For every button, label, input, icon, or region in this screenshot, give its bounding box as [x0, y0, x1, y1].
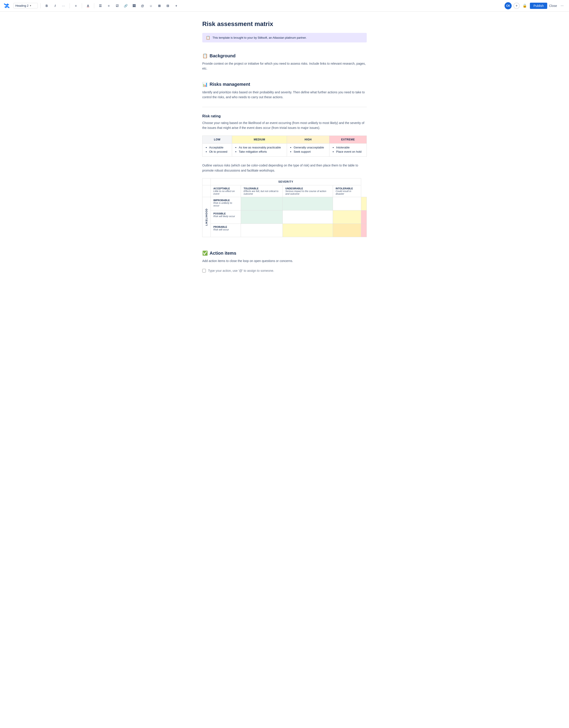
severity-table: SEVERITY ACCEPTABLE Little to no effect … — [202, 178, 367, 237]
improbable-sub: Risk is unlikely to occur — [213, 202, 238, 207]
text-color-icon: A — [87, 4, 89, 8]
col-intolerable-label: INTOLERABLE — [336, 187, 358, 190]
content-area: Risk assessment matrix 📋 This template i… — [198, 12, 371, 290]
cell-possible-tolerable — [282, 210, 333, 224]
check-list-button[interactable]: ☑ — [114, 2, 120, 9]
insert-more-button[interactable]: + — [173, 2, 180, 9]
col-tolerable: TOLERABLE Effects are felt, but not crit… — [241, 185, 283, 197]
more-format-button[interactable]: ··· — [60, 2, 67, 9]
col-tolerable-label: TOLERABLE — [244, 187, 280, 190]
emoji-icon: ☺ — [149, 4, 152, 8]
heading-selector[interactable]: Heading 2 ▼ — [13, 3, 38, 8]
more-options-button[interactable]: ··· — [559, 2, 565, 9]
list-item: Acceptable — [209, 146, 229, 149]
columns-button[interactable]: ⊟ — [164, 2, 171, 9]
background-description[interactable]: Provide context on the project or initia… — [202, 61, 367, 71]
medium-cell: As low as reasonably practicable Take mi… — [232, 144, 287, 157]
cell-probable-tolerable — [282, 224, 333, 237]
col-acceptable: ACCEPTABLE Little to no effect on event — [211, 185, 241, 197]
probable-sub: Risk will occur — [213, 228, 238, 231]
insert-more-icon: + — [175, 4, 177, 8]
align-button[interactable]: ≡ — [72, 2, 79, 9]
risks-management-icon: 📊 — [202, 82, 208, 87]
bullet-list-button[interactable]: ☰ — [97, 2, 104, 9]
possible-sub: Risk will likely occur — [213, 215, 238, 218]
table-row: Acceptable Ok to proceed As low as reaso… — [202, 144, 367, 157]
link-button[interactable]: 🔗 — [122, 2, 129, 9]
severity-header: SEVERITY — [211, 178, 361, 185]
th-extreme: EXTREME — [329, 136, 367, 144]
emoji-button[interactable]: ☺ — [148, 2, 154, 9]
bold-button[interactable]: B — [43, 2, 50, 9]
image-icon: 🖼 — [132, 4, 136, 8]
lock-button[interactable]: 🔒 — [521, 2, 528, 9]
numbered-list-button[interactable]: ≡ — [105, 2, 112, 9]
list-item: As low as reasonably practicable — [239, 146, 284, 149]
info-banner-icon: 📋 — [206, 36, 210, 40]
th-medium: MEDIUM — [232, 136, 287, 144]
more-options-icon: ··· — [561, 4, 563, 8]
chevron-down-icon: ▼ — [29, 4, 32, 7]
toolbar-divider-4 — [94, 3, 94, 8]
toolbar-right: CK + 🔒 Publish Close ··· — [505, 2, 565, 9]
add-collaborator-button[interactable]: + — [513, 3, 520, 9]
avatar[interactable]: CK — [505, 2, 512, 9]
confluence-logo[interactable] — [4, 3, 10, 9]
list-item: Generally unacceptable — [294, 146, 326, 149]
action-items-heading: ✅ Action items — [202, 250, 367, 256]
cell-possible-acceptable — [241, 210, 283, 224]
cell-probable-acceptable — [241, 224, 283, 237]
col-undesirable-sub: Serious impact to the course of action a… — [285, 190, 330, 195]
cell-possible-undesirable — [333, 210, 361, 224]
publish-button[interactable]: Publish — [530, 3, 547, 9]
cell-probable-intolerable — [361, 224, 367, 237]
action-checkbox-row: Type your action, use '@' to assign to s… — [202, 269, 367, 272]
cell-improbable-undesirable — [333, 197, 361, 210]
col-intolerable-sub: Could result in disaster — [336, 190, 358, 195]
likelihood-header-cell: LIKELIHOOD — [202, 197, 211, 237]
risk-rating-description: Choose your rating based on the likeliho… — [202, 120, 367, 130]
mention-icon: @ — [141, 4, 144, 8]
col-acceptable-sub: Little to no effect on event — [213, 190, 238, 195]
italic-button[interactable]: I — [52, 2, 58, 9]
info-banner: 📋 This template is brought to your by St… — [202, 33, 367, 42]
list-item: Ok to proceed — [209, 150, 229, 153]
th-high: HIGH — [287, 136, 329, 144]
table-row: LIKELIHOOD IMPROBABLE Risk is unlikely t… — [202, 197, 367, 210]
text-color-button[interactable]: A — [85, 2, 91, 9]
close-button[interactable]: Close — [549, 4, 557, 8]
likelihood-label: LIKELIHOOD — [205, 208, 208, 226]
background-icon: 📋 — [202, 53, 208, 58]
possible-header: POSSIBLE Risk will likely occur — [211, 210, 241, 224]
list-item: Seek support — [294, 150, 326, 153]
toolbar: Heading 2 ▼ B I ··· ≡ A ☰ ≡ ☑ 🔗 🖼 @ ☺ ⊞ … — [0, 0, 569, 12]
action-items-section: ✅ Action items Add action items to close… — [202, 250, 367, 272]
outline-text: Outline various risks (which can be colo… — [202, 163, 367, 173]
table-button[interactable]: ⊞ — [156, 2, 163, 9]
col-undesirable-label: UNDESIRABLE — [285, 187, 330, 190]
image-button[interactable]: 🖼 — [131, 2, 137, 9]
background-heading: 📋 Background — [202, 53, 367, 58]
possible-label: POSSIBLE — [213, 212, 238, 215]
info-banner-text: This template is brought to your by Stil… — [212, 36, 307, 39]
action-placeholder[interactable]: Type your action, use '@' to assign to s… — [208, 269, 274, 272]
toolbar-divider-1 — [40, 3, 41, 8]
improbable-label: IMPROBABLE — [213, 199, 238, 202]
lock-icon: 🔒 — [523, 4, 527, 8]
extreme-cell: Intolerable Place event on hold — [329, 144, 367, 157]
improbable-header: IMPROBABLE Risk is unlikely to occur — [211, 197, 241, 210]
col-acceptable-label: ACCEPTABLE — [213, 187, 238, 190]
risks-management-description[interactable]: Identify and prioritize risks based on t… — [202, 90, 367, 100]
bullet-list-icon: ☰ — [99, 4, 102, 8]
risks-management-section: 📊 Risks management Identify and prioriti… — [202, 82, 367, 237]
mention-button[interactable]: @ — [139, 2, 146, 9]
action-checkbox[interactable] — [202, 269, 206, 272]
low-cell: Acceptable Ok to proceed — [202, 144, 232, 157]
action-items-icon: ✅ — [202, 250, 208, 256]
page-title[interactable]: Risk assessment matrix — [202, 20, 367, 28]
risk-rating-heading: Risk rating — [202, 114, 367, 118]
col-intolerable: INTOLERABLE Could result in disaster — [333, 185, 361, 197]
numbered-list-icon: ≡ — [108, 4, 110, 8]
probable-label: PROBABLE — [213, 226, 238, 228]
toolbar-divider-3 — [82, 3, 82, 8]
